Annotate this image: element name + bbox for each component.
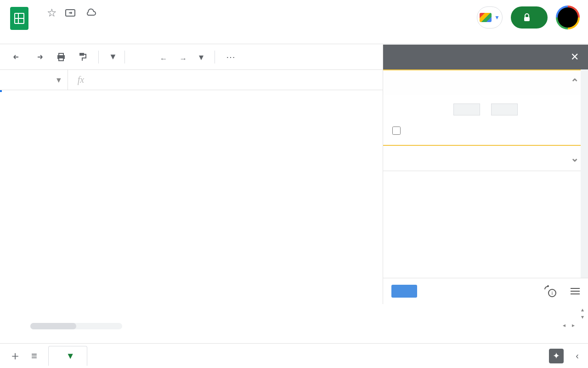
section-head-custom-list[interactable]: ⌃ xyxy=(383,70,588,95)
avatar-label xyxy=(558,7,578,28)
zoom-select[interactable]: ▼ xyxy=(106,52,117,62)
chevron-up-icon: ⌃ xyxy=(571,77,579,89)
sidebar-scrollbar[interactable] xyxy=(581,69,588,278)
svg-rect-4 xyxy=(59,58,63,61)
menu-icon[interactable] xyxy=(571,288,580,294)
meet-icon xyxy=(480,13,492,22)
decrease-decimal-button[interactable]: ← xyxy=(156,48,171,66)
sheet-tab[interactable]: ▼ xyxy=(48,346,87,366)
svg-rect-3 xyxy=(59,53,63,56)
header: ☆ ▼ xyxy=(0,0,588,44)
paint-format-icon[interactable] xyxy=(74,49,91,65)
percent-button[interactable] xyxy=(144,54,152,60)
svg-point-8 xyxy=(547,285,549,287)
more-toolbar-icon[interactable]: ⋯ xyxy=(222,49,239,65)
sidebar-title: ✕ xyxy=(383,45,588,69)
lock-icon xyxy=(523,13,531,22)
share-button[interactable] xyxy=(511,6,548,29)
section-head-strings[interactable]: ⌄ xyxy=(383,146,588,171)
chevron-down-icon: ⌄ xyxy=(571,152,579,164)
unique-values-checkbox[interactable] xyxy=(383,124,588,138)
explore-icon[interactable]: ✦ xyxy=(549,349,564,363)
account-avatar[interactable] xyxy=(556,6,580,29)
star-icon[interactable]: ☆ xyxy=(47,6,57,19)
cloud-icon[interactable] xyxy=(85,8,96,17)
v-scroll-buttons[interactable]: ▴▾ xyxy=(578,306,587,321)
caret-down-icon: ▼ xyxy=(109,52,117,62)
generate-button[interactable] xyxy=(391,285,417,298)
fx-icon: fx xyxy=(68,75,94,85)
redo-icon[interactable] xyxy=(30,50,48,64)
more-formats-button[interactable]: ▾ xyxy=(195,49,207,65)
currency-button[interactable] xyxy=(132,54,140,60)
close-icon[interactable]: ✕ xyxy=(571,51,579,63)
h-scroll-buttons[interactable]: ◂▸ xyxy=(560,322,578,328)
section-custom-list: ⌃ xyxy=(383,69,588,146)
caret-down-icon[interactable]: ▼ xyxy=(66,351,75,361)
sheet-tabs-bar: ＋ ≡ ▼ ✦ ‹ xyxy=(0,343,588,368)
name-box[interactable]: ▾ xyxy=(0,70,68,90)
meet-button[interactable]: ▼ xyxy=(477,6,503,29)
add-sheet-button[interactable]: ＋ xyxy=(9,348,21,364)
print-icon[interactable] xyxy=(52,50,70,64)
svg-rect-5 xyxy=(79,53,84,56)
delete-list-button[interactable] xyxy=(491,104,518,115)
caret-down-icon: ▾ xyxy=(57,75,61,85)
sidebar: ✕ ⌃ ⌄ xyxy=(383,45,588,304)
h-scrollbar-thumb[interactable] xyxy=(30,323,76,329)
selection-rect xyxy=(0,90,2,92)
all-sheets-button[interactable]: ≡ xyxy=(31,350,37,362)
svg-rect-1 xyxy=(524,17,530,21)
info-icon[interactable]: i xyxy=(542,285,558,298)
move-icon[interactable] xyxy=(65,8,76,17)
sheets-logo[interactable] xyxy=(8,5,30,32)
new-list-button[interactable] xyxy=(453,104,480,115)
caret-down-icon: ▼ xyxy=(494,14,500,21)
show-side-panel-icon[interactable]: ‹ xyxy=(576,351,579,361)
increase-decimal-button[interactable]: → xyxy=(175,48,191,66)
svg-text:i: i xyxy=(552,290,553,296)
undo-icon[interactable] xyxy=(8,50,26,64)
